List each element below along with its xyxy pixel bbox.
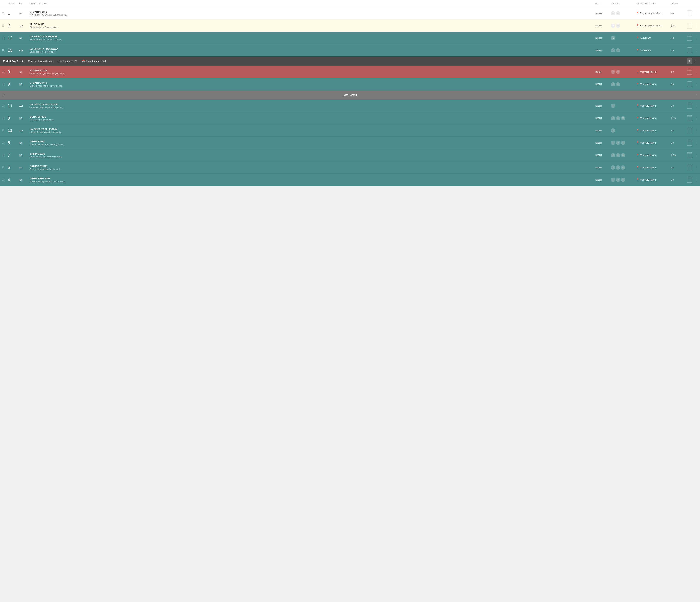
scene-desc: ON BEN: He glares at us. (30, 119, 592, 121)
ie-badge: INT (18, 178, 28, 181)
day-break-menu-button[interactable]: ⋮ (694, 59, 697, 63)
svg-rect-6 (687, 35, 692, 41)
drag-handle[interactable]: ☰ (0, 128, 6, 133)
date-value: Saturday, June 2nd (86, 60, 106, 62)
location-cell: 📍La Sirenita (634, 48, 669, 53)
row-menu-button[interactable]: ⋮ (694, 115, 700, 121)
drag-handle[interactable]: ☰ (0, 82, 6, 86)
location-pin-icon: 📍 (636, 83, 639, 86)
cast-id-badge: 2 (616, 24, 620, 28)
cast-id-badge: 1 (611, 11, 615, 16)
dn-value: NIGHT (594, 11, 609, 15)
scene-number: 8 (6, 115, 18, 122)
drag-handle[interactable]: ☰ (0, 104, 6, 108)
add-day-button[interactable]: + (687, 58, 692, 64)
drag-handle[interactable]: ☰ (0, 153, 6, 157)
drag-handle[interactable]: ☰ (0, 11, 6, 16)
drag-handle[interactable]: ☰ (0, 70, 6, 74)
cast-ids: 12 (609, 10, 634, 16)
col-dn: D / N (594, 2, 609, 5)
cast-id-badge: 1 (611, 36, 615, 40)
svg-rect-0 (687, 10, 692, 16)
scene-number: 9 (6, 81, 18, 87)
drag-handle[interactable]: ☰ (0, 178, 6, 182)
row-menu-button[interactable]: ⋮ (694, 69, 700, 74)
ie-badge: INT (18, 36, 28, 40)
svg-rect-15 (687, 82, 692, 87)
row-menu-button[interactable]: ⋮ (694, 82, 700, 87)
scene-setting: STUART'S CARStuart drives, grinning. He … (28, 69, 594, 75)
scene-number: 7 (6, 152, 18, 158)
drag-handle[interactable]: ☰ (0, 23, 6, 28)
pages-cell: 5/8 (669, 129, 684, 132)
scene-desc: Stuart ambles out of the restroom... (30, 38, 592, 41)
scene-title: STUART'S CAR (30, 82, 592, 84)
row-menu-button[interactable]: ⋮ (694, 153, 700, 158)
row-menu-button[interactable]: ⋮ (694, 140, 700, 145)
row-menu-button[interactable]: ⋮ (694, 48, 700, 53)
strip-icon (684, 80, 694, 88)
drag-handle[interactable]: ☰ (0, 116, 6, 121)
drag-handle[interactable]: ☰ (0, 48, 6, 53)
row-menu-button[interactable]: ⋮ (694, 10, 700, 16)
pages-fraction: 2/8 (671, 83, 674, 85)
scene-title: LA SIRENITA RESTROOM (30, 103, 592, 106)
cast-id-badge: 2 (616, 48, 620, 52)
cast-id-badge: 1 (611, 70, 615, 74)
total-pages-value: 6 1/8 (72, 60, 77, 62)
ie-badge: EXT (18, 24, 28, 27)
scene-number: 11 (6, 103, 18, 109)
row-menu-button[interactable]: ⋮ (694, 165, 700, 170)
pages-cell: 6/8 (669, 178, 684, 182)
col-location: SHOOT LOCATION (634, 2, 669, 5)
dn-value: NIGHT (594, 36, 609, 40)
strip-icon (684, 9, 694, 17)
scene-number: 4 (6, 177, 18, 183)
col-menu (694, 2, 700, 5)
col-ie: I/E (18, 2, 28, 5)
calendar-icon: 📅 (81, 59, 85, 63)
scene-setting: MUSIC CLUBStuart waits for Claire outsid… (28, 22, 594, 29)
row-menu-button[interactable]: ⋮ (694, 128, 700, 133)
scene-title: MUSIC CLUB (30, 23, 592, 26)
meal-break-menu-button[interactable]: ⋮ (694, 92, 700, 98)
location-pin-icon: 📍 (636, 24, 639, 27)
ie-badge: INT (18, 70, 28, 74)
strip-icon (684, 151, 694, 159)
meal-break-drag[interactable]: ☰ (0, 93, 6, 97)
cast-id-badge: 2 (616, 11, 620, 16)
drag-handle[interactable]: ☰ (0, 165, 6, 170)
day-break-right[interactable]: + ⋮ (687, 58, 697, 64)
row-menu-button[interactable]: ⋮ (694, 103, 700, 108)
drag-handle[interactable]: ☰ (0, 140, 6, 145)
row-menu-button[interactable]: ⋮ (694, 35, 700, 41)
scene-desc: Stuart waits for Claire outside. (30, 26, 592, 28)
pages-main: 1 (671, 153, 673, 157)
scene-number: 3 (6, 69, 18, 75)
location-cell: 📍Mermaid Tavern (634, 178, 669, 182)
strip-icon (684, 176, 694, 184)
scene-number: 1 (6, 10, 18, 17)
scene-setting: STUART'S CARClaire climbs into the drive… (28, 81, 594, 88)
col-cast: CAST ID (609, 2, 634, 5)
cast-ids: 1 (609, 128, 634, 133)
strip-icon (684, 22, 694, 29)
ie-badge: INT (18, 154, 28, 157)
cast-id-badge: 1 (611, 178, 615, 182)
cast-id-badge: 2 (616, 178, 620, 182)
table-row: ☰8INTBEN'S OFFICEON BEN: He glares at us… (0, 112, 700, 124)
row-menu-button[interactable]: ⋮ (694, 177, 700, 182)
pages-fraction: 6/8 (671, 179, 674, 181)
table-row: ☰6INTSKIPP'S BAROn the bar, two empty sh… (0, 137, 700, 149)
ie-badge: INT (18, 12, 28, 15)
row-menu-button[interactable]: ⋮ (694, 23, 700, 28)
dn-value: NIGHT (594, 104, 609, 108)
location-cell: 📍Mermaid Tavern (634, 104, 669, 108)
table-row: ☰4INTSKIPP'S KITCHENGuitar and amp in ha… (0, 174, 700, 186)
location-cell: 📍Mermaid Tavern (634, 153, 669, 157)
dn-value: NIGHT (594, 116, 609, 120)
cast-id-badge: 2 (616, 165, 620, 169)
drag-handle[interactable]: ☰ (0, 36, 6, 40)
location-pin-icon: 📍 (636, 104, 639, 107)
table-row: ☰13EXTLA SIRENITA - DOORWAYStuart slides… (0, 44, 700, 56)
